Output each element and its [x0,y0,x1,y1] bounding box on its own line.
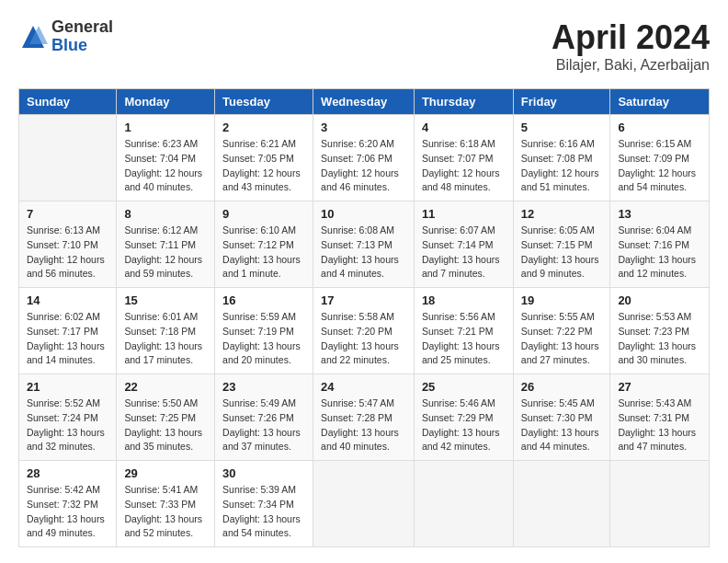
weekday-header: Thursday [414,89,513,115]
day-number: 21 [27,380,108,394]
calendar-cell: 18 Sunrise: 5:56 AMSunset: 7:21 PMDaylig… [414,288,513,374]
calendar-cell: 13 Sunrise: 6:04 AMSunset: 7:16 PMDaylig… [610,201,710,288]
day-number: 16 [222,293,305,307]
day-info: Sunrise: 5:50 AMSunset: 7:25 PMDaylight:… [124,397,202,452]
day-number: 15 [124,293,207,307]
day-info: Sunrise: 5:53 AMSunset: 7:23 PMDaylight:… [618,311,696,365]
day-number: 24 [321,380,406,394]
day-info: Sunrise: 6:10 AMSunset: 7:12 PMDaylight:… [222,224,301,279]
day-number: 27 [618,380,701,394]
calendar-week-row: 14 Sunrise: 6:02 AMSunset: 7:17 PMDaylig… [19,288,710,374]
location: Bilajer, Baki, Azerbaijan [552,57,710,74]
day-info: Sunrise: 6:16 AMSunset: 7:08 PMDaylight:… [521,138,599,192]
calendar-cell: 3 Sunrise: 6:20 AMSunset: 7:06 PMDayligh… [313,115,415,201]
calendar-cell: 1 Sunrise: 6:23 AMSunset: 7:04 PMDayligh… [117,115,215,201]
day-number: 14 [27,293,108,307]
day-number: 19 [521,293,603,307]
calendar-table: SundayMondayTuesdayWednesdayThursdayFrid… [18,88,710,547]
calendar-cell: 9 Sunrise: 6:10 AMSunset: 7:12 PMDayligh… [215,201,313,288]
day-info: Sunrise: 6:23 AMSunset: 7:04 PMDaylight:… [124,138,202,192]
weekday-header-row: SundayMondayTuesdayWednesdayThursdayFrid… [19,89,710,115]
day-info: Sunrise: 6:01 AMSunset: 7:18 PMDaylight:… [124,311,202,365]
day-info: Sunrise: 5:56 AMSunset: 7:21 PMDaylight:… [422,311,500,365]
calendar-cell: 22 Sunrise: 5:50 AMSunset: 7:25 PMDaylig… [117,374,215,461]
calendar-week-row: 21 Sunrise: 5:52 AMSunset: 7:24 PMDaylig… [19,374,710,461]
weekday-header: Saturday [610,89,710,115]
day-number: 6 [618,121,701,134]
logo-text: General Blue [51,18,113,55]
day-info: Sunrise: 5:46 AMSunset: 7:29 PMDaylight:… [422,397,500,452]
calendar-cell: 20 Sunrise: 5:53 AMSunset: 7:23 PMDaylig… [610,288,710,374]
day-number: 10 [321,207,406,221]
day-info: Sunrise: 5:42 AMSunset: 7:32 PMDaylight:… [27,484,105,538]
calendar-cell: 27 Sunrise: 5:43 AMSunset: 7:31 PMDaylig… [610,374,710,461]
day-info: Sunrise: 6:20 AMSunset: 7:06 PMDaylight:… [321,138,399,192]
day-number: 11 [422,207,506,221]
calendar-cell: 12 Sunrise: 6:05 AMSunset: 7:15 PMDaylig… [513,201,610,288]
day-info: Sunrise: 6:18 AMSunset: 7:07 PMDaylight:… [422,138,500,192]
weekday-header: Tuesday [215,89,313,115]
month-title: April 2024 [552,18,710,57]
day-number: 25 [422,380,506,394]
day-number: 30 [222,466,305,480]
calendar-cell: 23 Sunrise: 5:49 AMSunset: 7:26 PMDaylig… [215,374,313,461]
calendar-cell: 19 Sunrise: 5:55 AMSunset: 7:22 PMDaylig… [513,288,610,374]
logo-icon [18,22,48,52]
day-info: Sunrise: 5:41 AMSunset: 7:33 PMDaylight:… [124,484,202,538]
logo-general-text: General [51,18,113,37]
day-info: Sunrise: 6:04 AMSunset: 7:16 PMDaylight:… [618,224,696,279]
day-number: 13 [618,207,701,221]
day-number: 22 [124,380,207,394]
calendar-cell [19,115,117,201]
page-header: General Blue April 2024 Bilajer, Baki, A… [18,18,710,74]
day-info: Sunrise: 6:12 AMSunset: 7:11 PMDaylight:… [124,224,202,279]
calendar-cell [513,461,610,547]
day-number: 5 [521,121,603,134]
title-area: April 2024 Bilajer, Baki, Azerbaijan [552,18,710,74]
day-info: Sunrise: 5:39 AMSunset: 7:34 PMDaylight:… [222,484,301,538]
day-info: Sunrise: 5:55 AMSunset: 7:22 PMDaylight:… [521,311,599,365]
day-info: Sunrise: 5:52 AMSunset: 7:24 PMDaylight:… [27,397,105,452]
weekday-header: Friday [513,89,610,115]
calendar-cell: 4 Sunrise: 6:18 AMSunset: 7:07 PMDayligh… [414,115,513,201]
day-number: 29 [124,466,207,480]
calendar-cell: 21 Sunrise: 5:52 AMSunset: 7:24 PMDaylig… [19,374,117,461]
day-info: Sunrise: 5:49 AMSunset: 7:26 PMDaylight:… [222,397,301,452]
day-number: 17 [321,293,406,307]
day-number: 26 [521,380,603,394]
calendar-cell [414,461,513,547]
calendar-cell: 14 Sunrise: 6:02 AMSunset: 7:17 PMDaylig… [19,288,117,374]
day-info: Sunrise: 6:15 AMSunset: 7:09 PMDaylight:… [618,138,696,192]
calendar-cell: 15 Sunrise: 6:01 AMSunset: 7:18 PMDaylig… [117,288,215,374]
calendar-cell: 26 Sunrise: 5:45 AMSunset: 7:30 PMDaylig… [513,374,610,461]
calendar-cell: 10 Sunrise: 6:08 AMSunset: 7:13 PMDaylig… [313,201,415,288]
calendar-cell: 17 Sunrise: 5:58 AMSunset: 7:20 PMDaylig… [313,288,415,374]
day-number: 3 [321,121,406,134]
day-number: 1 [124,121,207,134]
calendar-cell: 2 Sunrise: 6:21 AMSunset: 7:05 PMDayligh… [215,115,313,201]
calendar-cell: 6 Sunrise: 6:15 AMSunset: 7:09 PMDayligh… [610,115,710,201]
calendar-cell: 25 Sunrise: 5:46 AMSunset: 7:29 PMDaylig… [414,374,513,461]
calendar-cell: 30 Sunrise: 5:39 AMSunset: 7:34 PMDaylig… [215,461,313,547]
day-info: Sunrise: 5:58 AMSunset: 7:20 PMDaylight:… [321,311,399,365]
calendar-cell: 7 Sunrise: 6:13 AMSunset: 7:10 PMDayligh… [19,201,117,288]
day-info: Sunrise: 6:02 AMSunset: 7:17 PMDaylight:… [27,311,105,365]
weekday-header: Wednesday [313,89,415,115]
day-number: 8 [124,207,207,221]
day-info: Sunrise: 5:47 AMSunset: 7:28 PMDaylight:… [321,397,399,452]
day-info: Sunrise: 6:05 AMSunset: 7:15 PMDaylight:… [521,224,599,279]
day-number: 4 [422,121,506,134]
calendar-cell [313,461,415,547]
weekday-header: Monday [117,89,215,115]
calendar-week-row: 28 Sunrise: 5:42 AMSunset: 7:32 PMDaylig… [19,461,710,547]
day-info: Sunrise: 5:59 AMSunset: 7:19 PMDaylight:… [222,311,301,365]
day-number: 18 [422,293,506,307]
day-number: 28 [27,466,108,480]
calendar-cell: 28 Sunrise: 5:42 AMSunset: 7:32 PMDaylig… [19,461,117,547]
calendar-cell: 24 Sunrise: 5:47 AMSunset: 7:28 PMDaylig… [313,374,415,461]
calendar-cell: 5 Sunrise: 6:16 AMSunset: 7:08 PMDayligh… [513,115,610,201]
weekday-header: Sunday [19,89,117,115]
day-info: Sunrise: 5:45 AMSunset: 7:30 PMDaylight:… [521,397,599,452]
day-info: Sunrise: 6:08 AMSunset: 7:13 PMDaylight:… [321,224,399,279]
logo-blue-text: Blue [51,37,113,55]
